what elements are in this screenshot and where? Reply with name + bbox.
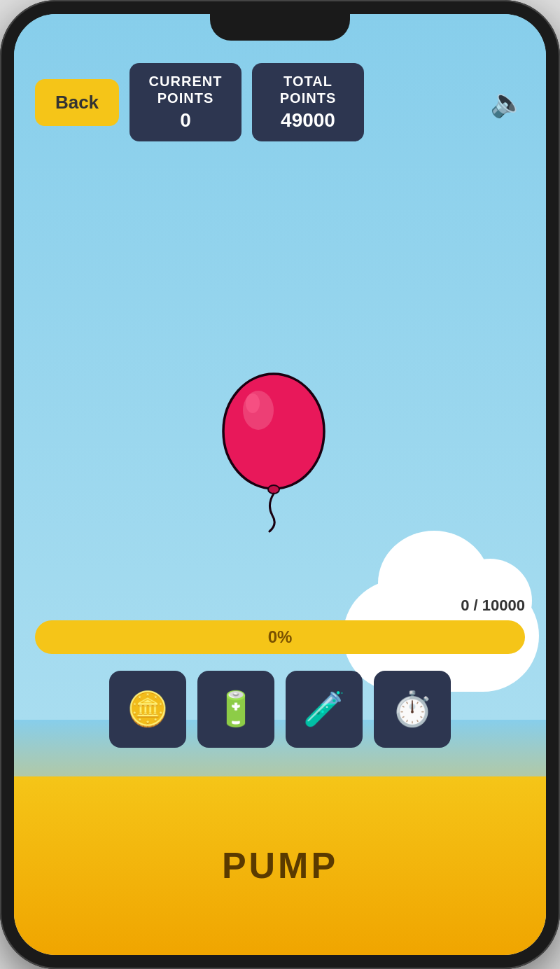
- progress-ratio: 0 / 10000: [35, 597, 525, 615]
- svg-point-1: [243, 391, 274, 430]
- balloon-container[interactable]: [211, 372, 337, 536]
- back-button[interactable]: Back: [35, 79, 119, 126]
- pump-label: PUMP: [222, 844, 338, 886]
- svg-point-4: [268, 485, 279, 494]
- current-points-value: 0: [146, 109, 225, 132]
- powerup-battery-button[interactable]: 🔋: [197, 671, 274, 748]
- current-points-box: CURRENTPOINTS 0: [130, 63, 241, 141]
- total-points-label: TOTALPOINTS: [269, 73, 347, 106]
- powerup-potion-button[interactable]: 🧪: [286, 671, 363, 748]
- current-points-label: CURRENTPOINTS: [146, 73, 225, 106]
- phone-frame: Back CURRENTPOINTS 0 TOTALPOINTS 49000 🔈: [0, 0, 560, 969]
- total-points-value: 49000: [269, 109, 347, 132]
- header: Back CURRENTPOINTS 0 TOTALPOINTS 49000 🔈: [14, 49, 546, 155]
- total-points-box: TOTALPOINTS 49000: [252, 63, 364, 141]
- svg-point-2: [246, 393, 260, 413]
- progress-area: 0 / 10000 0%: [14, 597, 546, 654]
- progress-percent: 0%: [268, 627, 293, 647]
- powerup-timer-button[interactable]: ⏱️: [374, 671, 451, 748]
- phone-screen: Back CURRENTPOINTS 0 TOTALPOINTS 49000 🔈: [14, 14, 546, 955]
- powerup-coins-button[interactable]: 🪙: [109, 671, 186, 748]
- sound-icon[interactable]: 🔈: [490, 86, 525, 119]
- notch: [210, 14, 350, 41]
- balloon-svg: [211, 372, 337, 533]
- progress-bar: 0%: [35, 620, 525, 654]
- powerups-row: 🪙 🔋 🧪 ⏱️: [14, 671, 546, 748]
- pump-button[interactable]: PUMP: [14, 776, 546, 955]
